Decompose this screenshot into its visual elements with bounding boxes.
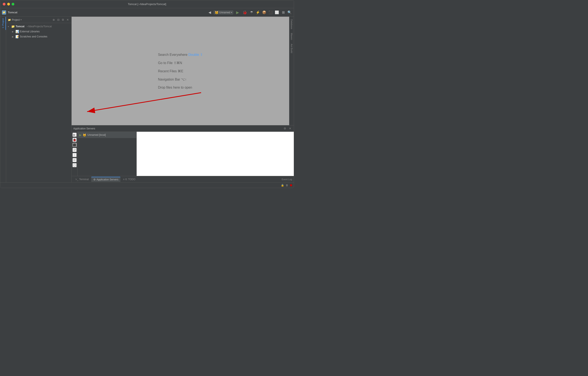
toolbar: 📁 Tomcat ◀ 🐱 Unnamed ▾ ▶ 🐞 ☂ ⚡ 📦 ⬛ ⬜ ⊞ 🔍: [0, 8, 294, 17]
hint-navigation-bar: Navigation Bar ⌥↑: [158, 77, 187, 81]
bottom-tabs-right: Event Log: [282, 178, 292, 181]
event-log-label[interactable]: Event Log: [282, 178, 292, 181]
main-area: 1: Project 📁 Project ▾ ⊕ ⊟ ⚙ ✕: [0, 17, 294, 182]
frame-button[interactable]: ⬜: [274, 10, 279, 15]
tab-terminal[interactable]: >_ Terminal: [73, 177, 91, 182]
tree-item-external-libraries[interactable]: ▶ 📊 External Libraries: [6, 29, 71, 34]
main-window: Tomcat [~/IdeaProjects/Tomcat] 📁 Tomcat …: [0, 0, 294, 188]
server-detail-area: [137, 132, 294, 176]
project-panel: 📁 Project ▾ ⊕ ⊟ ⚙ ✕ ▾ 📁 Tomcat ~/IdeaPr: [6, 17, 72, 182]
minimize-button[interactable]: [7, 3, 10, 5]
close-panel-icon[interactable]: ✕: [65, 18, 70, 22]
sidebar-tab-maven[interactable]: Maven: [290, 31, 294, 42]
tab-terminal-label: Terminal: [79, 178, 89, 181]
collapse-icon[interactable]: ⊟: [56, 18, 60, 22]
project-name: Tomcat: [8, 11, 17, 14]
sidebar-tab-database[interactable]: Database: [290, 18, 294, 31]
left-sidebar-tabs: 1: Project: [0, 17, 6, 182]
app-servers-tab-icon: ⚙: [93, 178, 96, 181]
sidebar-tab-ant-build[interactable]: Ant Build: [290, 42, 294, 55]
tree-arrow-scratch-icon: ▶: [12, 35, 15, 38]
tree-item-scratches[interactable]: ▶ 📝 Scratches and Consoles: [6, 34, 71, 39]
project-icon: 📁: [2, 10, 6, 15]
tab-todo-label: 6: TODO: [125, 178, 135, 181]
tab-app-servers-label: Application Servers: [96, 178, 118, 181]
project-tree: ▾ 📁 Tomcat ~/IdeaProjects/Tomcat ▶ 📊 Ext…: [6, 23, 71, 182]
server-name-label: Unnamed [local]: [87, 133, 106, 136]
search-everywhere-button[interactable]: 🔍: [287, 10, 292, 15]
hint-recent-files: Recent Files ⌘E: [158, 69, 183, 73]
tab-application-servers[interactable]: ⚙ Application Servers: [91, 177, 120, 182]
sidebar-item-project[interactable]: 1: Project: [0, 17, 6, 30]
bottom-content: ▶ 🐞 ⬛ ↺ ↑ ✏ ⬡ ▶ 🐱 Unnamed [local]: [72, 132, 294, 176]
build-artifacts-button[interactable]: 📦: [262, 10, 267, 15]
run-config-selector[interactable]: 🐱 Unnamed ▾: [213, 10, 233, 15]
right-sidebar: Database Maven Ant Build: [289, 17, 294, 125]
content-main: Search Everywhere Double ⇧ Go to File ⇧⌘…: [72, 17, 294, 182]
stop-server-icon[interactable]: ⬛: [73, 143, 77, 147]
dropdown-arrow-icon: ▾: [231, 11, 232, 13]
run-server-icon: ▶: [79, 133, 82, 137]
todo-icon: ≡: [123, 178, 124, 181]
editor-placeholder: Search Everywhere Double ⇧ Go to File ⇧⌘…: [158, 53, 203, 89]
back-button[interactable]: ◀: [207, 10, 212, 15]
bottom-panel: Application Servers ⚙ ✕ ▶ 🐞 ⬛ ↺ ↑ ✏ ⬡: [72, 125, 294, 176]
project-folder-icon: 📁: [11, 25, 15, 28]
locate-icon[interactable]: ⊕: [52, 18, 56, 22]
tree-label-scratches: Scratches and Consoles: [20, 35, 47, 38]
tree-label-external-libraries: External Libraries: [20, 30, 40, 33]
terminal-icon: >_: [75, 178, 78, 181]
toolbar-right: ◀ 🐱 Unnamed ▾ ▶ 🐞 ☂ ⚡ 📦 ⬛ ⬜ ⊞ 🔍: [207, 10, 292, 15]
restart-icon[interactable]: ↺: [73, 148, 77, 152]
hint-goto-file: Go to File ⇧⌘N: [158, 61, 182, 65]
trash-icon[interactable]: 🗑: [286, 184, 288, 187]
svg-line-1: [87, 93, 201, 112]
tree-arrow-ext-icon: ▶: [12, 31, 15, 33]
bottom-panel-header: Application Servers ⚙ ✕: [72, 125, 294, 132]
bottom-left-tabs: ▶ 🐞 ⬛ ↺ ↑ ✏ ⬡: [72, 132, 77, 176]
project-panel-title: 📁 Project ▾: [8, 18, 51, 21]
statusbar: 🔒 🗑: [0, 182, 294, 188]
server-item-unnamed[interactable]: ▶ 🐱 Unnamed [local]: [77, 132, 136, 138]
server-list: ▶ 🐱 Unnamed [local]: [77, 132, 137, 176]
bug-icon[interactable]: 🐞: [73, 138, 77, 142]
deploy-icon[interactable]: ↑: [73, 153, 77, 157]
run-button[interactable]: ▶: [235, 10, 241, 15]
window-title: Tomcat [~/IdeaProjects/Tomcat]: [128, 2, 166, 6]
project-panel-header: 📁 Project ▾ ⊕ ⊟ ⚙ ✕: [6, 17, 71, 23]
tomcat-server-icon: 🐱: [83, 133, 86, 137]
tree-arrow-icon: ▾: [8, 25, 10, 28]
tree-label-tomcat-path: ~/IdeaProjects/Tomcat: [27, 25, 52, 28]
lock-icon[interactable]: 🔒: [281, 184, 284, 187]
tree-label-tomcat: Tomcat: [16, 25, 24, 28]
tomcat-icon: 🐱: [215, 11, 218, 14]
titlebar: Tomcat [~/IdeaProjects/Tomcat]: [0, 0, 294, 8]
play-icon[interactable]: ▶: [73, 133, 77, 137]
folder-icon: 📁: [8, 18, 11, 21]
statusbar-right: 🔒 🗑: [281, 184, 292, 187]
run-config-name: Unnamed: [219, 11, 230, 14]
edit-icon[interactable]: ✏: [73, 158, 77, 162]
close-bottom-icon[interactable]: ✕: [288, 126, 292, 131]
hint-search-key: Double ⇧: [189, 53, 203, 56]
editor-area[interactable]: Search Everywhere Double ⇧ Go to File ⇧⌘…: [72, 17, 289, 125]
stop-button[interactable]: ⬛: [268, 10, 273, 15]
maximize-button[interactable]: [12, 3, 14, 5]
bottom-tabs-bar: >_ Terminal ⚙ Application Servers ≡ 6: T…: [72, 176, 294, 182]
bottom-panel-icons: ⚙ ✕: [283, 126, 292, 131]
settings-icon[interactable]: ⚙: [61, 18, 65, 22]
coverage-button[interactable]: ☂: [249, 10, 254, 15]
tab-todo[interactable]: ≡ 6: TODO: [121, 177, 137, 182]
close-button[interactable]: [3, 3, 5, 5]
error-status-dot: [290, 184, 292, 186]
profile-button[interactable]: ⚡: [255, 10, 260, 15]
settings-bottom-icon[interactable]: ⚙: [283, 126, 287, 131]
library-icon: 📊: [15, 30, 19, 33]
window-controls: [3, 3, 14, 5]
explode-icon[interactable]: ⬡: [73, 163, 77, 167]
tree-item-tomcat[interactable]: ▾ 📁 Tomcat ~/IdeaProjects/Tomcat: [6, 24, 71, 29]
layout-button[interactable]: ⊞: [281, 10, 286, 15]
hint-drop-files: Drop files here to open: [158, 86, 192, 89]
hint-search-everywhere: Search Everywhere Double ⇧: [158, 53, 203, 57]
debug-button[interactable]: 🐞: [242, 10, 248, 15]
